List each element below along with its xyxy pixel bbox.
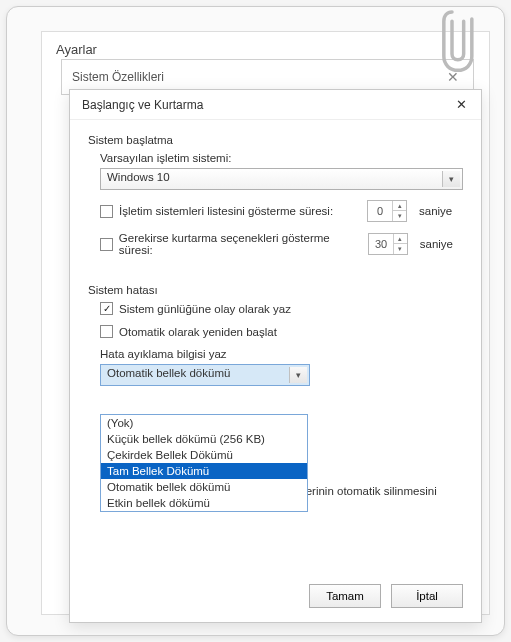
chevron-down-icon: ▾ xyxy=(442,171,460,187)
write-event-log-label: Sistem günlüğüne olay olarak yaz xyxy=(119,303,291,315)
debug-option[interactable]: Çekirdek Bellek Dökümü xyxy=(101,447,307,463)
debug-option[interactable]: Küçük bellek dökümü (256 KB) xyxy=(101,431,307,447)
debug-info-dropdown-list[interactable]: (Yok)Küçük bellek dökümü (256 KB)Çekirde… xyxy=(100,414,308,512)
chevron-down-icon: ▾ xyxy=(289,367,307,383)
default-os-value: Windows 10 xyxy=(107,171,170,183)
system-properties-title: Sistem Özellikleri xyxy=(72,70,164,84)
debug-info-selected: Otomatik bellek dökümü xyxy=(107,367,230,379)
debug-info-label: Hata ayıklama bilgisi yaz xyxy=(100,348,463,360)
spinner-up-icon: ▴ xyxy=(393,201,406,211)
debug-info-select[interactable]: Otomatik bellek dökümü ▾ xyxy=(100,364,310,386)
spinner-down-icon: ▾ xyxy=(393,211,406,221)
spinner-up-icon: ▴ xyxy=(394,234,407,244)
os-list-seconds-spinner[interactable]: 0 ▴▾ xyxy=(367,200,407,222)
system-startup-header: Sistem başlatma xyxy=(88,134,463,146)
seconds-unit: saniye xyxy=(419,205,463,217)
auto-restart-checkbox[interactable] xyxy=(100,325,113,338)
startup-recovery-dialog: Başlangıç ve Kurtarma ✕ Sistem başlatma … xyxy=(69,89,482,623)
cancel-button[interactable]: İptal xyxy=(391,584,463,608)
dialog-title: Başlangıç ve Kurtarma xyxy=(82,98,203,112)
system-failure-header: Sistem hatası xyxy=(88,284,463,296)
show-os-list-label: İşletim sistemleri listesini gösterme sü… xyxy=(119,205,333,217)
debug-option[interactable]: Etkin bellek dökümü xyxy=(101,495,307,511)
seconds-unit: saniye xyxy=(420,238,463,250)
debug-option[interactable]: (Yok) xyxy=(101,415,307,431)
recovery-seconds-spinner[interactable]: 30 ▴▾ xyxy=(368,233,407,255)
close-icon[interactable]: ✕ xyxy=(443,67,463,87)
write-event-log-checkbox[interactable] xyxy=(100,302,113,315)
show-recovery-label: Gerekirse kurtarma seçenekleri gösterme … xyxy=(119,232,363,256)
default-os-select[interactable]: Windows 10 ▾ xyxy=(100,168,463,190)
dialog-close-button[interactable]: ✕ xyxy=(449,93,473,117)
debug-option[interactable]: Otomatik bellek dökümü xyxy=(101,479,307,495)
show-os-list-checkbox[interactable] xyxy=(100,205,113,218)
debug-option[interactable]: Tam Bellek Dökümü xyxy=(101,463,307,479)
auto-restart-label: Otomatik olarak yeniden başlat xyxy=(119,326,277,338)
default-os-label: Varsayılan işletim sistemi: xyxy=(100,152,463,164)
spinner-down-icon: ▾ xyxy=(394,244,407,254)
ok-button[interactable]: Tamam xyxy=(309,584,381,608)
show-recovery-checkbox[interactable] xyxy=(100,238,113,251)
